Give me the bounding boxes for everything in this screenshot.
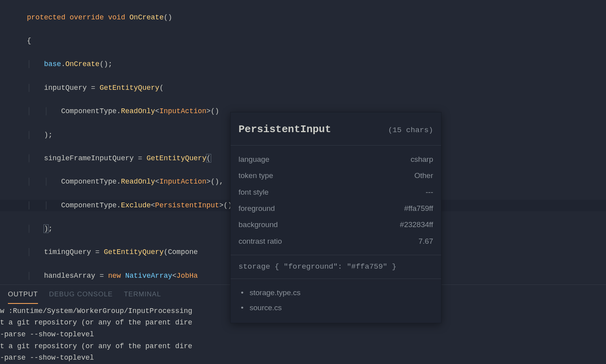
keyword: protected xyxy=(27,13,65,21)
output-line: -parse --show-toplevel xyxy=(0,352,606,364)
output-line: -parse --show-toplevel xyxy=(0,329,606,341)
tooltip-scope-item: source.cs xyxy=(250,300,433,315)
tooltip-scope-list: storage.type.cs source.cs xyxy=(231,279,441,323)
tooltip-row-contrast: contrast ratio7.67 xyxy=(239,233,433,249)
tooltip-row-foreground: foreground#ffa759ff xyxy=(239,200,433,216)
tooltip-char-count: (15 chars) xyxy=(388,124,433,136)
tooltip-scope-item: storage.type.cs xyxy=(250,285,433,300)
brace: { xyxy=(27,37,31,45)
punct: () xyxy=(164,13,172,21)
paren-match: ( xyxy=(206,154,211,163)
tab-terminal[interactable]: TERMINAL xyxy=(124,289,161,304)
tooltip-scope-rule: storage { "foreground": "#ffa759" } xyxy=(231,255,441,279)
tab-debug-console[interactable]: DEBUG CONSOLE xyxy=(49,289,113,304)
tooltip-row-background: background#232834ff xyxy=(239,216,433,233)
keyword: void xyxy=(108,13,125,21)
tooltip-title: PersistentInput xyxy=(239,121,331,138)
base: base xyxy=(44,60,61,68)
hovered-token: PersistentInput xyxy=(155,201,219,209)
code-line[interactable]: protected override void OnCreate() xyxy=(0,12,606,24)
token-inspector-tooltip: PersistentInput (15 chars) languagecshar… xyxy=(230,112,441,323)
tooltip-row-font-style: font style--- xyxy=(239,184,433,200)
code-line[interactable]: { xyxy=(0,35,606,47)
method-name: OnCreate xyxy=(129,13,163,21)
tooltip-row-token-type: token typeOther xyxy=(239,167,433,184)
keyword: override xyxy=(70,13,104,21)
code-line[interactable]: │ inputQuery = GetEntityQuery( xyxy=(0,82,606,94)
code-line[interactable]: │ base.OnCreate(); xyxy=(0,59,606,70)
tooltip-header: PersistentInput (15 chars) xyxy=(231,112,441,146)
tooltip-row-language: languagecsharp xyxy=(239,151,433,167)
output-line: t a git repository (or any of the parent… xyxy=(0,341,606,353)
tooltip-properties: languagecsharp token typeOther font styl… xyxy=(231,146,441,255)
tab-output[interactable]: OUTPUT xyxy=(8,289,38,304)
